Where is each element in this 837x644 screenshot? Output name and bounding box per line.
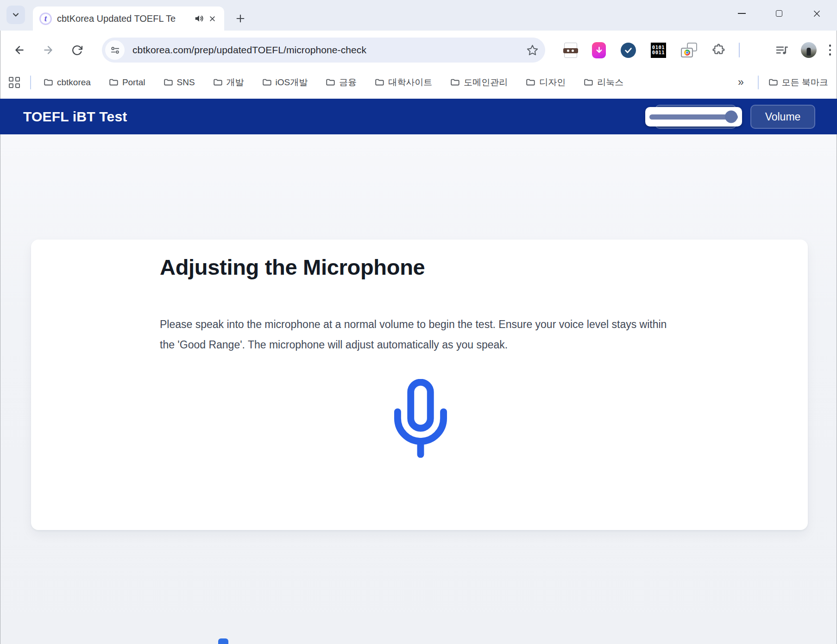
apps-grid-icon[interactable] <box>9 77 20 88</box>
folder-icon <box>768 77 778 88</box>
bookmark-folder-design[interactable]: 디자인 <box>525 76 566 88</box>
folder-icon <box>450 77 460 88</box>
site-favicon: t <box>39 13 52 25</box>
bookmark-folder-linux[interactable]: 리눅스 <box>583 76 623 88</box>
bookmarks-separator <box>30 76 31 89</box>
tune-icon <box>110 45 120 56</box>
app-header: TOEFL iBT Test Volume <box>0 99 837 134</box>
bookmark-label: 대학사이트 <box>388 76 432 88</box>
dot <box>829 44 831 47</box>
bookmark-label: 도메인관리 <box>464 76 508 88</box>
dot <box>829 49 831 51</box>
bookmark-label: 개발 <box>227 76 244 88</box>
browser-window: t cbtKorea Updated TOEFL Te <box>0 0 837 644</box>
volume-slider-thumb[interactable] <box>725 111 737 123</box>
close-window-button[interactable] <box>803 0 831 27</box>
folder-icon <box>108 77 119 88</box>
tab-close-button[interactable] <box>206 12 219 25</box>
bookmark-star-button[interactable] <box>526 44 539 57</box>
bookmark-folder-dev[interactable]: 개발 <box>213 76 244 88</box>
back-button[interactable] <box>9 39 30 61</box>
checkmark-extension-icon[interactable] <box>621 43 636 58</box>
url-text[interactable]: cbtkorea.com/prep/updatedTOEFL/microphon… <box>132 44 526 56</box>
new-tab-button[interactable] <box>230 8 251 29</box>
address-bar[interactable]: cbtkorea.com/prep/updatedTOEFL/microphon… <box>102 38 545 63</box>
puzzle-icon <box>712 43 726 57</box>
bookmark-label: 금융 <box>339 76 357 88</box>
reload-button[interactable] <box>66 39 88 61</box>
plus-icon <box>235 13 245 24</box>
chevron-down-icon <box>11 10 20 19</box>
bookmark-folder-sns[interactable]: SNS <box>163 77 195 88</box>
bookmark-label: 리눅스 <box>597 76 623 88</box>
bookmark-label: 디자인 <box>539 76 566 88</box>
microphone-check-card: Adjusting the Microphone Please speak in… <box>31 240 808 530</box>
binary-extension-icon[interactable]: 0101 0011 <box>651 43 666 58</box>
browser-menu-button[interactable] <box>829 43 831 57</box>
close-icon <box>209 15 216 22</box>
folder-icon <box>43 77 53 88</box>
bookmarks-separator <box>758 76 759 89</box>
bookmark-label: Portal <box>122 77 145 88</box>
downloader-extension-icon[interactable] <box>592 42 606 58</box>
forward-button[interactable] <box>38 39 59 61</box>
partially-visible-element <box>218 638 228 644</box>
bookmark-label: SNS <box>177 77 195 88</box>
binary-text-line2: 0011 <box>652 50 665 56</box>
tab-search-button[interactable] <box>6 6 25 24</box>
bookmarks-overflow-button[interactable]: » <box>733 76 749 88</box>
maximize-button[interactable] <box>765 0 793 27</box>
all-bookmarks-button[interactable]: 모든 북마크 <box>768 76 828 88</box>
bookmark-folder-cbtkorea[interactable]: cbtkorea <box>43 77 91 88</box>
bookmark-folder-ios-dev[interactable]: iOS개발 <box>262 76 308 88</box>
bookmark-folder-portal[interactable]: Portal <box>108 77 145 88</box>
reload-icon <box>71 44 83 56</box>
folder-icon <box>525 77 535 88</box>
media-queue-icon <box>774 43 788 57</box>
window-controls <box>728 0 831 27</box>
screenshot-extension-icon[interactable] <box>681 43 697 57</box>
app-title: TOEFL iBT Test <box>23 109 127 125</box>
bookmark-folders: cbtkorea Portal SNS 개발 iOS개발 금융 대학사이트 도메… <box>43 76 623 88</box>
folder-icon <box>325 77 335 88</box>
dot <box>829 53 831 56</box>
volume-button[interactable]: Volume <box>750 105 815 129</box>
browser-toolbar: cbtkorea.com/prep/updatedTOEFL/microphon… <box>0 31 837 69</box>
profile-avatar[interactable] <box>801 42 817 58</box>
bookmark-label: iOS개발 <box>276 76 308 88</box>
extensions-puzzle-button[interactable] <box>712 43 726 57</box>
extension-icons: 0101 0011 <box>564 31 726 69</box>
down-arrow-icon <box>595 46 604 55</box>
volume-slider-popup <box>645 107 742 126</box>
bookmark-folder-university-sites[interactable]: 대학사이트 <box>374 76 432 88</box>
tab-audio-indicator[interactable] <box>193 12 206 25</box>
minimize-icon <box>738 13 746 14</box>
volume-slider[interactable] <box>649 114 738 120</box>
tab-strip: t cbtKorea Updated TOEFL Te <box>0 0 837 31</box>
folder-icon <box>583 77 593 88</box>
bookmarks-bar: cbtkorea Portal SNS 개발 iOS개발 금융 대학사이트 도메… <box>0 69 837 95</box>
folder-icon <box>163 77 173 88</box>
minimize-button[interactable] <box>728 0 755 27</box>
forward-arrow-icon <box>42 44 54 56</box>
site-settings-button[interactable] <box>105 40 125 60</box>
page-content: Adjusting the Microphone Please speak in… <box>0 134 837 644</box>
tab-title: cbtKorea Updated TOEFL Te <box>57 13 193 24</box>
instruction-text: Please speak into the microphone at a no… <box>160 314 681 355</box>
browser-tab[interactable]: t cbtKorea Updated TOEFL Te <box>33 6 224 31</box>
toolbar-separator <box>739 43 740 57</box>
bookmark-label: cbtkorea <box>57 77 91 88</box>
microphone-illustration <box>160 379 681 458</box>
media-controls-button[interactable] <box>774 43 788 57</box>
browser-chrome: cbtkorea.com/prep/updatedTOEFL/microphon… <box>0 31 837 99</box>
bookmark-folder-finance[interactable]: 금융 <box>325 76 357 88</box>
toolbar-right-cluster <box>774 31 831 69</box>
window-shape <box>681 48 693 57</box>
back-arrow-icon <box>13 44 25 56</box>
all-bookmarks-label: 모든 북마크 <box>782 76 828 88</box>
folder-icon <box>213 77 223 88</box>
privacy-mask-extension-icon[interactable] <box>564 43 577 58</box>
bookmarks-right: » 모든 북마크 <box>733 76 828 89</box>
bookmark-folder-domain-mgmt[interactable]: 도메인관리 <box>450 76 508 88</box>
maximize-icon <box>776 10 782 17</box>
